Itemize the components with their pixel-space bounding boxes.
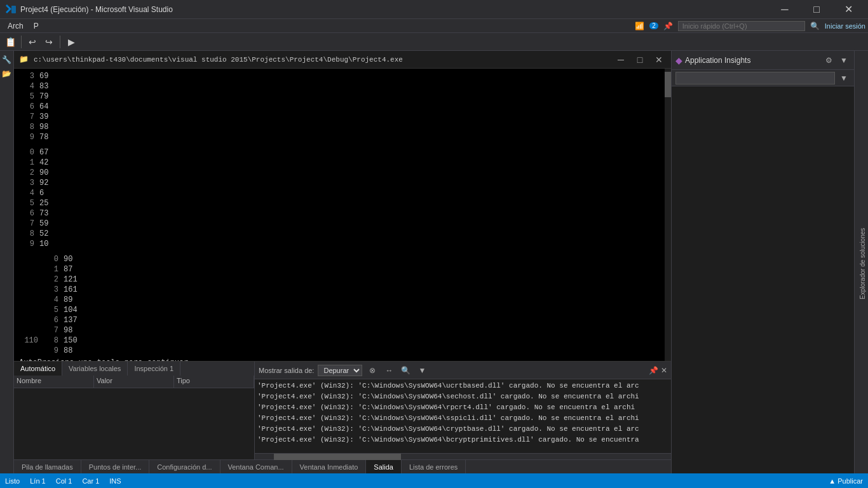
toolbar-debug-icon[interactable]: ▶	[64, 34, 79, 50]
console-row: 067	[19, 147, 666, 158]
menu-right: 📶 2 📌 🔍 Iniciar sesión	[635, 21, 865, 31]
console-row: 392	[19, 178, 666, 188]
output-body[interactable]: 'Project4.exe' (Win32): 'C:\Windows\SysW…	[255, 379, 671, 453]
close-button[interactable]: ✕	[834, 0, 863, 19]
right-panel-toolbar: ▼	[672, 70, 854, 86]
signin-button[interactable]: Iniciar sesión	[825, 22, 865, 30]
console-row: 1108150	[19, 336, 666, 346]
tab-puntos[interactable]: Puntos de inter...	[81, 460, 150, 473]
col-nombre: Nombre	[14, 376, 94, 388]
console-row: 739	[19, 112, 666, 122]
vs-logo-icon	[5, 4, 17, 15]
output-close-icon[interactable]: ✕	[661, 366, 667, 375]
right-panel-settings-icon[interactable]: ⚙	[822, 54, 835, 67]
console-close-button[interactable]: ✕	[652, 53, 666, 67]
status-ready: Listo	[5, 477, 20, 485]
left-sidebar: 🔧 📂	[0, 51, 14, 473]
menu-archivo[interactable]: Arch	[3, 20, 29, 32]
console-row: 187	[19, 264, 666, 274]
output-source-select[interactable]: Depurar	[318, 365, 362, 376]
output-line: 'Project4.exe' (Win32): 'C:\Windows\SysW…	[257, 391, 668, 402]
toolbar-separator	[21, 36, 22, 48]
console-content[interactable]: 369483579664739898978 067142290392465256…	[14, 69, 671, 361]
console-titlebar: 📁 c:\users\thinkpad-t430\documents\visua…	[14, 51, 671, 69]
wifi-icon: 📶	[635, 22, 644, 30]
console-scrollbar[interactable]	[665, 69, 671, 361]
output-line: 'Project4.exe' (Win32): 'C:\Windows\SysW…	[257, 381, 668, 391]
right-panel-search-input[interactable]	[675, 72, 835, 85]
debug-bottom: Automático Variables locales Inspección …	[14, 361, 671, 459]
vertical-tab-team[interactable]: Team Explorer	[854, 53, 857, 473]
console-row: 290	[19, 168, 666, 178]
tab-config[interactable]: Configuración d...	[149, 460, 220, 473]
console-scrollbar-thumb	[665, 72, 671, 97]
tab-variables[interactable]: Variables locales	[62, 362, 128, 376]
right-panel-menu-icon[interactable]: ▼	[837, 54, 850, 67]
console-row: 46	[19, 188, 666, 198]
title-bar-left: Project4 (Ejecución) - Microsoft Visual …	[5, 4, 173, 15]
console-maximize-button[interactable]: □	[633, 53, 647, 67]
col-tipo: Tipo	[174, 376, 254, 388]
console-row: 369	[19, 71, 666, 81]
right-panel: ◆ Application Insights ⚙ ▼ ▼	[671, 51, 854, 473]
console-row: 664	[19, 102, 666, 112]
console-row: 142	[19, 158, 666, 168]
tab-errores[interactable]: Lista de errores	[402, 460, 466, 473]
output-clear-button[interactable]: ⊗	[366, 364, 379, 377]
svg-rect-0	[11, 6, 16, 13]
vertical-tabs: Explorador de soluciones Team Explorer	[854, 51, 868, 473]
col-valor: Valor	[94, 376, 174, 388]
toolbar-source-control-icon[interactable]: 📋	[3, 34, 18, 50]
tab-inspeccion[interactable]: Inspección 1	[128, 362, 180, 376]
title-bar: Project4 (Ejecución) - Microsoft Visual …	[0, 0, 868, 19]
console-row: 910	[19, 239, 666, 249]
toolbar-redo-icon[interactable]: ↪	[41, 34, 57, 50]
right-panel-filter-icon[interactable]: ▼	[837, 72, 850, 85]
output-pin-controls: 📌 ✕	[649, 366, 667, 375]
tab-automatico[interactable]: Automático	[14, 362, 62, 376]
console-row: 673	[19, 208, 666, 219]
menu-bar: Arch P 📶 2 📌 🔍 Iniciar sesión	[0, 19, 868, 33]
console-row: 852	[19, 229, 666, 239]
status-ins: INS	[109, 477, 121, 485]
console-minimize-button[interactable]: ─	[614, 53, 628, 67]
pin-icon: 📌	[663, 22, 673, 30]
console-row: 3161	[19, 285, 666, 295]
app-insights-diamond-icon: ◆	[675, 55, 682, 65]
console-group2: 06714229039246525673759852910	[19, 147, 666, 249]
sidebar-project-icon[interactable]: 📂	[1, 67, 13, 80]
maximize-button[interactable]: □	[802, 0, 831, 19]
console-row: 759	[19, 219, 666, 229]
console-row: 579	[19, 92, 666, 102]
output-line: 'Project4.exe' (Win32): 'C:\Windows\SysW…	[257, 402, 668, 413]
bottom-tabs: Pila de llamadas Puntos de inter... Conf…	[14, 459, 671, 473]
status-publish[interactable]: ▲ Publicar	[829, 477, 863, 485]
status-line: Lín 1	[30, 477, 45, 485]
output-scrollbar-h[interactable]	[255, 453, 671, 459]
output-filter-button[interactable]: ▼	[416, 364, 428, 377]
console-area: 📁 c:\users\thinkpad-t430\documents\visua…	[14, 51, 671, 473]
vertical-tab-explorador[interactable]: Explorador de soluciones	[857, 53, 868, 473]
toolbar-undo-icon[interactable]: ↩	[25, 34, 40, 50]
output-line: 'Project4.exe' (Win32): 'C:\Windows\SysW…	[257, 413, 668, 424]
search-icon: 🔍	[810, 22, 820, 30]
tab-ventana-inm[interactable]: Ventana Inmediato	[292, 460, 367, 473]
app-insights-title: Application Insights	[685, 56, 820, 65]
quick-launch-input[interactable]	[678, 21, 805, 31]
sidebar-source-icon[interactable]: 🔧	[1, 53, 13, 66]
tab-ventana-coman[interactable]: Ventana Coman...	[220, 460, 292, 473]
tab-salida[interactable]: Salida	[366, 460, 402, 473]
minimize-button[interactable]: ─	[770, 0, 799, 19]
output-line: 'Project4.exe' (Win32): 'C:\Windows\SysW…	[257, 435, 668, 445]
output-pin-icon[interactable]: 📌	[649, 366, 658, 375]
right-section: ◆ Application Insights ⚙ ▼ ▼ Explorador …	[671, 51, 868, 473]
menu-project[interactable]: P	[29, 20, 44, 32]
main-layout: 🔧 📂 📁 c:\users\thinkpad-t430\documents\v…	[0, 51, 868, 473]
right-panel-body[interactable]	[672, 86, 854, 473]
output-find-button[interactable]: 🔍	[399, 364, 412, 377]
status-col: Col 1	[56, 477, 72, 485]
tab-pila[interactable]: Pila de llamadas	[14, 460, 81, 473]
locals-panel: Automático Variables locales Inspección …	[14, 362, 255, 459]
title-controls: ─ □ ✕	[770, 0, 863, 19]
output-wrap-button[interactable]: ↔	[383, 364, 395, 377]
